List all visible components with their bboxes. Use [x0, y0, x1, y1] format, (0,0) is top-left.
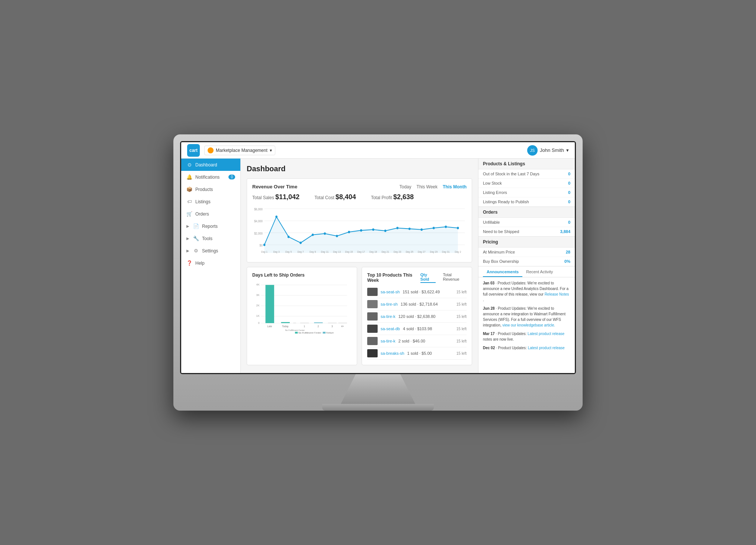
- sidebar-item-orders[interactable]: 🛒 Orders: [181, 208, 240, 220]
- ann-link[interactable]: Latest product release: [528, 346, 565, 350]
- col-total-revenue[interactable]: Total Revenue: [443, 272, 467, 283]
- expand-icon-reports: ▶: [186, 224, 189, 228]
- ann-date: Dec 02: [483, 346, 495, 350]
- panel-row-low-stock: Low Stock 0: [478, 179, 575, 188]
- ann-date: Jun 28: [483, 306, 495, 310]
- ship-orders-card: Days Left to Ship Orders 4K 3K 2K 1K 0: [247, 267, 357, 365]
- top-products-cols: Qty Sold Total Revenue: [420, 272, 467, 283]
- product-sku[interactable]: sa-tire-sh: [381, 302, 398, 306]
- announcements-tabs: Announcements Recent Activity: [478, 267, 575, 277]
- marketplace-selector[interactable]: Marketplace Management ▾: [204, 146, 275, 155]
- filter-this-week[interactable]: This Week: [417, 184, 438, 189]
- product-qty-left: 15 left: [457, 302, 467, 306]
- ann-text: · Product Updates:: [496, 332, 528, 336]
- sidebar-item-listings[interactable]: 🏷 Listings: [181, 195, 240, 208]
- buy-box-value: 0%: [564, 259, 570, 264]
- product-thumb: [367, 312, 378, 321]
- product-detail: 151 sold · $3,622.49: [403, 290, 440, 294]
- svg-text:3: 3: [331, 325, 333, 328]
- ann-entry-jan03: Jan 03 · Product Updates: We're excited …: [483, 280, 570, 303]
- panel-row-out-of-stock: Out of Stock in the Last 7 Days 0: [478, 169, 575, 179]
- ann-date: Jan 03: [483, 281, 494, 285]
- revenue-card: Revenue Over Time Today This Week This M…: [247, 178, 472, 262]
- low-stock-label: Low Stock: [483, 181, 502, 185]
- svg-rect-57: [328, 323, 337, 323]
- svg-point-17: [372, 229, 374, 231]
- product-qty-left: 15 left: [457, 290, 467, 294]
- listing-errors-label: Listing Errors: [483, 190, 507, 195]
- ann-entry-mar17: Mar 17 · Product Updates: Latest product…: [483, 331, 570, 342]
- revenue-chart-svg: $6,000 $4,000 $2,000 $0: [252, 205, 467, 257]
- product-detail: 1 sold · $5.00: [407, 351, 432, 356]
- total-cost-label: Total Cost: [314, 195, 336, 200]
- product-sku[interactable]: sa-tire-k: [381, 314, 395, 319]
- total-profit-stat: Total Profit $2,638: [371, 193, 414, 201]
- ann-entry-dec02: Dec 02 · Product Updates: Latest product…: [483, 345, 570, 352]
- min-price-value: 28: [566, 250, 570, 254]
- svg-text:Day 11: Day 11: [321, 251, 329, 254]
- filter-today[interactable]: Today: [400, 184, 411, 189]
- listings-ready-value: 0: [568, 200, 570, 204]
- svg-text:3K: 3K: [256, 293, 260, 297]
- marketplace-icon: [208, 147, 214, 153]
- total-sales-value: $11,042: [275, 193, 299, 201]
- ann-date: Mar 17: [483, 332, 495, 336]
- svg-text:Today: Today: [282, 325, 289, 328]
- ann-text: · Product Updates:: [496, 346, 528, 350]
- svg-text:Day 19: Day 19: [369, 251, 377, 254]
- sidebar-item-dashboard[interactable]: ⊙ Dashboard: [181, 159, 240, 171]
- app: cart Marketplace Management ▾ JS John Sm…: [181, 142, 575, 373]
- listing-errors-value: 0: [568, 190, 570, 195]
- monitor-base: [322, 404, 434, 411]
- monitor-screen: cart Marketplace Management ▾ JS John Sm…: [180, 141, 576, 374]
- product-sku[interactable]: sa-tire-k: [381, 339, 395, 343]
- low-stock-value: 0: [568, 181, 570, 185]
- sidebar-item-notifications[interactable]: 🔔 Notifications 0: [181, 171, 240, 183]
- products-listings-section: Products & Listings Out of Stock in the …: [478, 159, 575, 207]
- announcements-section: Announcements Recent Activity Jan 03 · P…: [478, 267, 575, 373]
- tools-icon: 🔧: [193, 236, 199, 241]
- svg-rect-54: [293, 323, 296, 323]
- orders-section: Orders Unfillable 0 Need to be Shipped 3…: [478, 207, 575, 237]
- tab-announcements[interactable]: Announcements: [483, 267, 522, 277]
- svg-text:Day 5: Day 5: [285, 251, 292, 254]
- sidebar-label-settings: Settings: [202, 248, 218, 254]
- sidebar-label-products: Products: [195, 187, 213, 192]
- ann-link[interactable]: Latest product release: [528, 332, 564, 336]
- settings-icon: ⚙: [193, 248, 199, 254]
- sidebar-label-tools: Tools: [202, 236, 212, 241]
- product-thumb: [367, 349, 378, 357]
- sidebar-item-reports[interactable]: ▶ 📄 Reports: [181, 220, 240, 232]
- content-area: Dashboard Revenue Over Time Today This W…: [241, 159, 478, 373]
- reports-icon: 📄: [193, 223, 199, 229]
- revenue-header: Revenue Over Time Today This Week This M…: [252, 184, 467, 189]
- product-sku[interactable]: sa-breaks-sh: [381, 351, 404, 356]
- svg-text:$4,000: $4,000: [254, 220, 263, 223]
- page-title: Dashboard: [247, 165, 472, 173]
- ann-link[interactable]: view our knowledgebase article.: [502, 323, 555, 327]
- tab-recent-activity[interactable]: Recent Activity: [522, 267, 557, 277]
- svg-point-16: [360, 229, 362, 232]
- svg-text:Day 23: Day 23: [394, 251, 401, 254]
- svg-text:Day 13: Day 13: [333, 251, 341, 254]
- total-cost-value: $8,404: [336, 193, 356, 201]
- sidebar-item-help[interactable]: ❓ Help: [181, 257, 240, 269]
- svg-rect-55: [300, 323, 309, 323]
- sidebar-item-products[interactable]: 📦 Products: [181, 183, 240, 195]
- user-name: John Smith: [540, 147, 564, 153]
- product-sku[interactable]: sa-seat-db: [381, 326, 400, 331]
- sidebar-item-tools[interactable]: ▶ 🔧 Tools: [181, 232, 240, 245]
- top-products-list: sa-seat-sh 151 sold · $3,622.49 15 left …: [367, 286, 467, 360]
- user-menu[interactable]: JS John Smith ▾: [527, 145, 569, 156]
- svg-point-18: [384, 230, 387, 232]
- col-qty-sold[interactable]: Qty Sold: [420, 272, 436, 283]
- list-item: sa-seat-sh 151 sold · $3,622.49 15 left: [367, 286, 467, 298]
- product-sku[interactable]: sa-seat-sh: [381, 290, 400, 294]
- filter-this-month[interactable]: This Month: [443, 184, 467, 189]
- pricing-section: Pricing At Minimum Price 28 Buy Box Owne…: [478, 237, 575, 267]
- ann-link[interactable]: Release Notes: [545, 292, 569, 296]
- svg-text:4K: 4K: [256, 283, 260, 286]
- sidebar-item-settings[interactable]: ▶ ⚙ Settings: [181, 245, 240, 257]
- top-bar: cart Marketplace Management ▾ JS John Sm…: [181, 142, 575, 159]
- monitor: cart Marketplace Management ▾ JS John Sm…: [173, 134, 583, 411]
